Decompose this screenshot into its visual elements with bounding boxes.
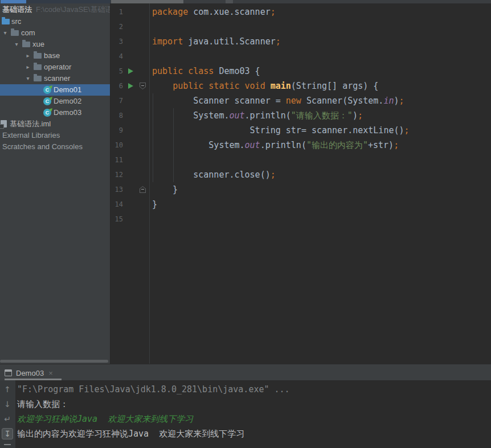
code-editor[interactable]: 1package com.xue.scanner;23import java.u… [111, 3, 491, 364]
code-line-3: 3import java.util.Scanner; [111, 34, 491, 49]
code-text[interactable]: public static void main(String[] args) { [149, 79, 378, 93]
code-text[interactable]: scanner.close(); [149, 167, 276, 182]
module-file-icon [1, 120, 7, 128]
chevron-down-icon[interactable]: ▾ [24, 73, 31, 84]
tree-item-Demo02[interactable]: CDemo02 [0, 96, 110, 107]
console-toolbar: ↑↓↵↧ [0, 380, 15, 448]
line-number: 9 [111, 123, 123, 138]
console-output[interactable]: "F:\Program Files\Java\jdk1.8.0_281\bin\… [15, 380, 491, 448]
project-header: 基础语法F:\code\JavaSE\基础语法 [0, 3, 110, 16]
project-tree: src▾com▾xue▸base▸operator▾scannerCDemo01… [0, 16, 110, 153]
indent-guide [173, 108, 174, 182]
code-text[interactable]: } [149, 197, 157, 212]
tree-item-xue[interactable]: ▾xue [0, 39, 110, 50]
tree-item-label: External Libraries [2, 130, 60, 141]
chevron-down-icon[interactable]: ▾ [13, 39, 20, 50]
project-horizontal-scrollbar[interactable] [0, 360, 108, 363]
line-number: 15 [111, 212, 123, 227]
code-text[interactable]: } [149, 182, 178, 197]
line-number: 5 [111, 64, 123, 79]
ide-window: 基础语法F:\code\JavaSE\基础语法 src▾com▾xue▸base… [0, 0, 491, 448]
run-gutter-slot [123, 167, 138, 182]
tree-item-src[interactable]: src [0, 16, 110, 27]
run-tool-window-header: Demo03 × [0, 364, 491, 380]
line-number: 10 [111, 138, 123, 153]
chevron-right-icon[interactable]: ▸ [24, 61, 31, 73]
tree-item-External-Libraries[interactable]: External Libraries [0, 130, 110, 141]
tree-item-Demo01[interactable]: CDemo01 [0, 84, 110, 96]
console-icon [5, 369, 12, 376]
fold-gutter-slot [138, 64, 149, 79]
run-tool-window: Demo03 × ↑↓↵↧ "F:\Program Files\Java\jdk… [0, 364, 491, 448]
console-line-1: "F:\Program Files\Java\jdk1.8.0_281\bin\… [17, 382, 491, 397]
run-gutter-slot [123, 49, 138, 64]
tree-item-label: operator [44, 61, 71, 73]
folder-icon [11, 30, 19, 36]
project-panel: 基础语法F:\code\JavaSE\基础语法 src▾com▾xue▸base… [0, 3, 111, 364]
fold-gutter-slot [138, 153, 149, 167]
code-text[interactable]: public class Demo03 { [149, 64, 260, 79]
tree-item-label: Demo02 [54, 96, 81, 107]
tree-item-com[interactable]: ▾com [0, 27, 110, 39]
console-line-2: 请输入数据： [17, 397, 491, 412]
run-gutter-slot [123, 123, 138, 138]
tree-item-scanner[interactable]: ▾scanner [0, 73, 110, 84]
line-number: 7 [111, 93, 123, 108]
gutter-separator [149, 3, 150, 364]
line-number: 12 [111, 167, 123, 182]
fold-gutter-slot [138, 138, 149, 153]
code-line-13: 13 } [111, 182, 491, 197]
project-path: F:\code\JavaSE\基础语法 [36, 5, 110, 14]
code-text[interactable]: System.out.println("输出的内容为"+str); [149, 138, 399, 153]
run-gutter-slot [123, 19, 138, 34]
run-gutter-slot [123, 79, 138, 93]
line-number: 6 [111, 79, 123, 93]
chevron-down-icon[interactable]: ▾ [2, 27, 9, 39]
up-the-stack-trace-icon[interactable]: ↑ [2, 384, 13, 395]
folder-icon [34, 76, 42, 81]
run-gutter-slot [123, 64, 138, 79]
tree-item-Demo03[interactable]: CDemo03 [0, 107, 110, 118]
code-text[interactable]: System.out.println("请输入数据："); [149, 108, 363, 123]
fold-open-icon[interactable] [140, 83, 146, 89]
tree-item-operator[interactable]: ▸operator [0, 61, 110, 73]
close-icon[interactable]: × [48, 369, 53, 377]
java-class-icon: C [43, 86, 51, 94]
run-icon[interactable] [128, 68, 133, 74]
code-line-2: 2 [111, 19, 491, 34]
line-number: 1 [111, 5, 123, 19]
source-folder-icon [2, 19, 10, 24]
fold-gutter-slot [138, 182, 149, 197]
run-icon[interactable] [128, 83, 133, 89]
java-class-icon: C [43, 97, 51, 105]
fold-gutter-slot [138, 212, 149, 227]
code-line-10: 10 System.out.println("输出的内容为"+str); [111, 138, 491, 153]
code-line-11: 11 [111, 153, 491, 167]
run-gutter-slot [123, 138, 138, 153]
run-gutter-slot [123, 182, 138, 197]
tree-item-基础语法.iml[interactable]: 基础语法.iml [0, 118, 110, 130]
scroll-to-end-icon[interactable]: ↧ [2, 428, 13, 439]
tree-item-label: src [11, 16, 21, 27]
run-gutter-slot [123, 34, 138, 49]
folder-icon [34, 53, 42, 59]
run-tab-demo03[interactable]: Demo03 × [5, 367, 53, 379]
run-tab-label: Demo03 [16, 369, 44, 377]
fold-close-icon[interactable] [140, 186, 146, 193]
tree-item-label: Scratches and Consoles [2, 141, 83, 153]
tree-item-Scratches-and-Consoles[interactable]: Scratches and Consoles [0, 141, 110, 153]
fold-gutter-slot [138, 19, 149, 34]
tree-item-label: base [44, 50, 60, 61]
clipped-toolbar-icon[interactable] [4, 444, 11, 445]
chevron-right-icon[interactable]: ▸ [24, 50, 31, 61]
line-number: 2 [111, 19, 123, 34]
tree-item-label: Demo03 [54, 107, 81, 118]
code-text[interactable]: import java.util.Scanner; [149, 34, 281, 49]
run-gutter-slot [123, 108, 138, 123]
tree-item-base[interactable]: ▸base [0, 50, 110, 61]
code-text[interactable]: String str= scanner.nextLine(); [149, 123, 410, 138]
down-the-stack-trace-icon[interactable]: ↓ [2, 398, 13, 410]
code-text[interactable]: package com.xue.scanner; [149, 5, 276, 19]
soft-wrap-icon[interactable]: ↵ [2, 413, 13, 425]
code-text[interactable]: Scanner scanner = new Scanner(System.in)… [149, 93, 404, 108]
